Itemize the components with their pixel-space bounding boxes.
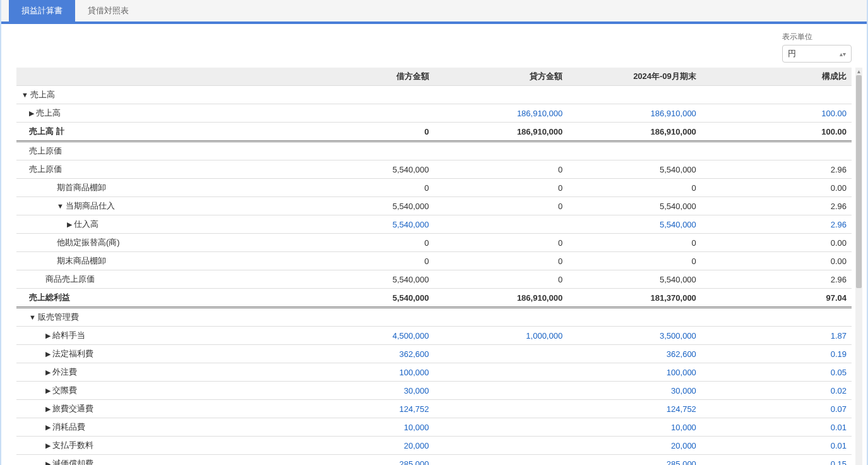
cell-period[interactable]: 124,752 [568,400,701,418]
row-label[interactable]: ▶売上高 [16,104,300,123]
cell-debit[interactable]: 4,500,000 [300,327,434,345]
row-label-text: 交際費 [52,385,77,395]
row-label-text: 当期商品仕入 [66,201,115,210]
cell-credit [434,142,568,160]
cell-ratio[interactable]: 1.87 [701,327,852,345]
cell-debit [300,142,434,160]
cell-period: 0 [568,234,701,252]
cell-debit[interactable]: 124,752 [300,400,434,418]
table-row: 商品売上原価5,540,00005,540,0002.96 [16,270,852,289]
cell-credit[interactable]: 186,910,000 [434,104,568,123]
triangle-right-icon[interactable]: ▶ [45,405,51,413]
triangle-down-icon[interactable]: ▼ [29,313,36,321]
triangle-right-icon[interactable]: ▶ [45,423,51,432]
row-label-text: 減価償却費 [52,459,93,465]
tab-pl[interactable]: 損益計算書 [9,0,75,21]
cell-period[interactable]: 30,000 [568,382,701,400]
cell-ratio [701,308,852,327]
cell-debit[interactable]: 362,600 [300,345,434,363]
row-label-text: 売上総利益 [29,293,70,302]
cell-debit: 5,540,000 [300,197,434,215]
cell-ratio[interactable]: 0.01 [701,437,852,455]
cell-debit[interactable]: 5,540,000 [300,215,434,234]
cell-credit [434,437,568,455]
cell-debit[interactable]: 285,000 [300,455,434,466]
scrollbar-vertical[interactable]: ▲ ▼ [855,68,862,465]
row-label[interactable]: ▼売上高 [16,86,300,104]
cell-credit[interactable]: 1,000,000 [434,327,568,345]
cell-debit: 0 [300,252,434,270]
cell-debit [300,104,434,123]
cell-ratio[interactable]: 0.15 [701,455,852,466]
scroll-up-icon[interactable]: ▲ [855,68,862,75]
cell-period[interactable]: 10,000 [568,418,701,437]
table-row: ▼当期商品仕入5,540,00005,540,0002.96 [16,197,852,215]
triangle-right-icon[interactable]: ▶ [45,368,51,377]
cell-period: 186,910,000 [568,123,701,142]
row-label: 売上高 計 [16,123,300,142]
row-label[interactable]: ▼販売管理費 [16,308,300,327]
triangle-right-icon[interactable]: ▶ [45,460,51,465]
table-row: 他勘定振替高(商)0000.00 [16,234,852,252]
scroll-thumb[interactable] [856,75,862,288]
cell-ratio[interactable]: 2.96 [701,215,852,234]
row-label-text: 売上原価 [29,146,62,155]
cell-credit: 0 [434,179,568,197]
tab-bs[interactable]: 貸借対照表 [75,0,141,21]
cell-ratio: 97.04 [701,289,852,308]
cell-ratio[interactable]: 0.02 [701,382,852,400]
row-label[interactable]: ▶法定福利費 [16,345,300,363]
cell-period[interactable]: 100,000 [568,363,701,382]
row-label[interactable]: ▶給料手当 [16,327,300,345]
table-row: ▶売上高186,910,000186,910,000100.00 [16,104,852,123]
chevron-updown-icon: ▴▾ [840,51,846,57]
unit-select[interactable]: 円 ▴▾ [782,45,852,63]
unit-value: 円 [788,48,796,59]
row-label[interactable]: ▶支払手数料 [16,437,300,455]
row-label[interactable]: ▶外注費 [16,363,300,382]
cell-period[interactable]: 285,000 [568,455,701,466]
cell-ratio[interactable]: 0.07 [701,400,852,418]
cell-period: 0 [568,179,701,197]
triangle-right-icon[interactable]: ▶ [45,442,51,450]
row-label[interactable]: ▼当期商品仕入 [16,197,300,215]
cell-ratio: 0.00 [701,179,852,197]
row-label[interactable]: ▶旅費交通費 [16,400,300,418]
triangle-right-icon[interactable]: ▶ [67,220,72,229]
row-label[interactable]: ▶仕入高 [16,215,300,234]
cell-ratio[interactable]: 100.00 [701,104,852,123]
cell-period[interactable]: 5,540,000 [568,215,701,234]
cell-ratio: 2.96 [701,270,852,289]
triangle-right-icon[interactable]: ▶ [45,350,51,358]
cell-debit: 5,540,000 [300,270,434,289]
row-label-text: 支払手数料 [52,440,93,450]
cell-debit[interactable]: 20,000 [300,437,434,455]
cell-period[interactable]: 3,500,000 [568,327,701,345]
row-label[interactable]: ▶減価償却費 [16,455,300,466]
cell-ratio[interactable]: 0.05 [701,363,852,382]
triangle-right-icon[interactable]: ▶ [45,332,51,340]
cell-period[interactable]: 20,000 [568,437,701,455]
cell-period[interactable]: 186,910,000 [568,104,701,123]
table-row: ▶支払手数料20,00020,0000.01 [16,437,852,455]
cell-debit[interactable]: 100,000 [300,363,434,382]
cell-debit[interactable]: 30,000 [300,382,434,400]
row-label[interactable]: ▶消耗品費 [16,418,300,437]
row-label[interactable]: ▶交際費 [16,382,300,400]
triangle-right-icon[interactable]: ▶ [45,387,51,395]
triangle-down-icon[interactable]: ▼ [21,91,28,99]
cell-credit: 0 [434,270,568,289]
cell-period: 5,540,000 [568,197,701,215]
triangle-right-icon[interactable]: ▶ [29,109,34,118]
triangle-down-icon[interactable]: ▼ [57,202,64,210]
cell-period[interactable]: 362,600 [568,345,701,363]
cell-ratio[interactable]: 0.01 [701,418,852,437]
row-label-text: 法定福利費 [52,349,93,358]
cell-debit[interactable]: 10,000 [300,418,434,437]
cell-ratio[interactable]: 0.19 [701,345,852,363]
row-label-text: 売上高 計 [29,126,64,136]
cell-debit [300,86,434,104]
table-row: ▶仕入高5,540,0005,540,0002.96 [16,215,852,234]
cell-credit [434,418,568,437]
cell-ratio: 2.96 [701,197,852,215]
